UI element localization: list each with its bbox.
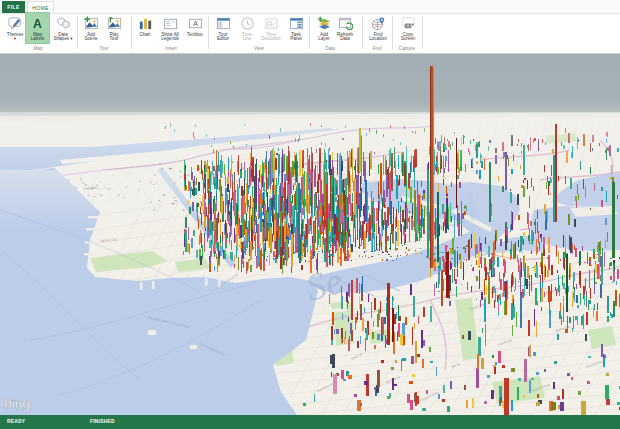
svg-text:A: A [192, 19, 197, 28]
svg-text:A: A [33, 17, 42, 31]
